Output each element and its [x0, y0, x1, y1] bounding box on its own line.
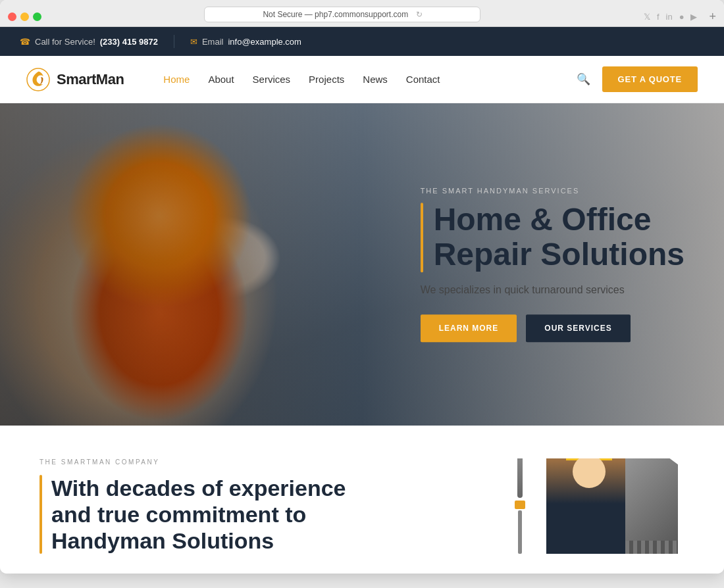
social-circle: ● [679, 12, 685, 22]
social-facebook: f [657, 12, 659, 22]
hero-title-line1: Home & Office [434, 203, 685, 237]
browser-chrome: Not Secure — php7.commonsupport.com ↻ 𝕏 … [0, 0, 724, 27]
learn-more-button[interactable]: LEARN MORE [421, 314, 517, 342]
social-linkedin: in [666, 12, 673, 22]
hero-title-line2: Repair Solutions [434, 237, 685, 272]
social-twitter: 𝕏 [644, 12, 650, 22]
minimize-button[interactable] [20, 12, 29, 21]
about-title-wrapper: With decades of experience and true comm… [39, 475, 349, 554]
our-services-button[interactable]: OUR SERVICES [526, 314, 630, 342]
browser-window: Not Secure — php7.commonsupport.com ↻ 𝕏 … [0, 0, 724, 574]
logo-text: SmartMan [57, 71, 124, 88]
about-title-line1: With decades of experience [51, 475, 346, 501]
top-bar-divider [174, 35, 174, 48]
about-left: THE SMARTMAN COMPANY With decades of exp… [39, 458, 349, 554]
about-section: THE SMARTMAN COMPANY With decades of exp… [0, 426, 724, 574]
email-info: ✉ Email info@example.com [190, 37, 301, 47]
phone-number[interactable]: (233) 415 9872 [100, 37, 158, 47]
about-title-line3: Handyman Solutions [51, 527, 346, 554]
nav-home[interactable]: Home [163, 74, 190, 85]
about-title-line2: and true commitment to [51, 501, 346, 527]
browser-right-icons: 𝕏 f in ● ▶ [644, 12, 698, 22]
nav-projects[interactable]: Projects [309, 74, 344, 85]
email-address[interactable]: info@example.com [228, 37, 301, 47]
screwdriver-image [500, 458, 540, 554]
top-bar: ☎ Call for Service! (233) 415 9872 ✉ Ema… [0, 27, 724, 56]
search-icon[interactable]: 🔍 [577, 72, 590, 86]
close-button[interactable] [8, 12, 16, 21]
logo[interactable]: SmartMan [26, 68, 124, 91]
add-tab-button[interactable]: + [709, 10, 716, 24]
top-bar-left: ☎ Call for Service! (233) 415 9872 ✉ Ema… [20, 35, 301, 48]
address-bar[interactable]: Not Secure — php7.commonsupport.com ↻ [204, 7, 480, 22]
address-text: Not Secure — php7.commonsupport.com [263, 10, 408, 19]
hero-content: THE SMART HANDYMAN SERVICES Home & Offic… [421, 187, 685, 342]
site-wrapper: ☎ Call for Service! (233) 415 9872 ✉ Ema… [0, 27, 724, 574]
phone-icon: ☎ [20, 37, 30, 47]
phone-info: ☎ Call for Service! (233) 415 9872 [20, 37, 158, 47]
nav-news[interactable]: News [363, 74, 388, 85]
hero-subtitle: We specializes in quick turnaround servi… [421, 284, 685, 296]
nav-about[interactable]: About [208, 74, 234, 85]
about-accent-bar [39, 475, 42, 554]
main-nav: Home About Services Projects News Contac… [163, 74, 440, 85]
phone-label: Call for Service! [35, 37, 95, 47]
worker-image [546, 458, 632, 554]
refresh-icon[interactable]: ↻ [416, 10, 423, 19]
hero-section: THE SMART HANDYMAN SERVICES Home & Offic… [0, 103, 724, 426]
hero-eyebrow: THE SMART HANDYMAN SERVICES [421, 187, 685, 195]
hero-buttons: LEARN MORE OUR SERVICES [421, 314, 685, 342]
quote-button[interactable]: GET A QUOTE [602, 66, 698, 92]
logo-icon [26, 68, 50, 91]
header-actions: 🔍 GET A QUOTE [577, 66, 698, 92]
hero-accent-bar [421, 203, 423, 272]
hero-title-wrapper: Home & Office Repair Solutions [421, 203, 685, 272]
about-right [375, 458, 685, 554]
maximize-button[interactable] [33, 12, 41, 21]
email-icon: ✉ [190, 37, 197, 47]
window-controls [8, 12, 41, 21]
nav-contact[interactable]: Contact [406, 74, 440, 85]
hero-title: Home & Office Repair Solutions [434, 203, 685, 272]
email-label: Email [202, 37, 224, 47]
social-youtube: ▶ [690, 12, 697, 22]
site-header: SmartMan Home About Services Projects Ne… [0, 56, 724, 103]
about-eyebrow: THE SMARTMAN COMPANY [39, 458, 349, 466]
about-title: With decades of experience and true comm… [51, 475, 346, 554]
nav-services[interactable]: Services [253, 74, 291, 85]
saw-image [625, 458, 685, 554]
